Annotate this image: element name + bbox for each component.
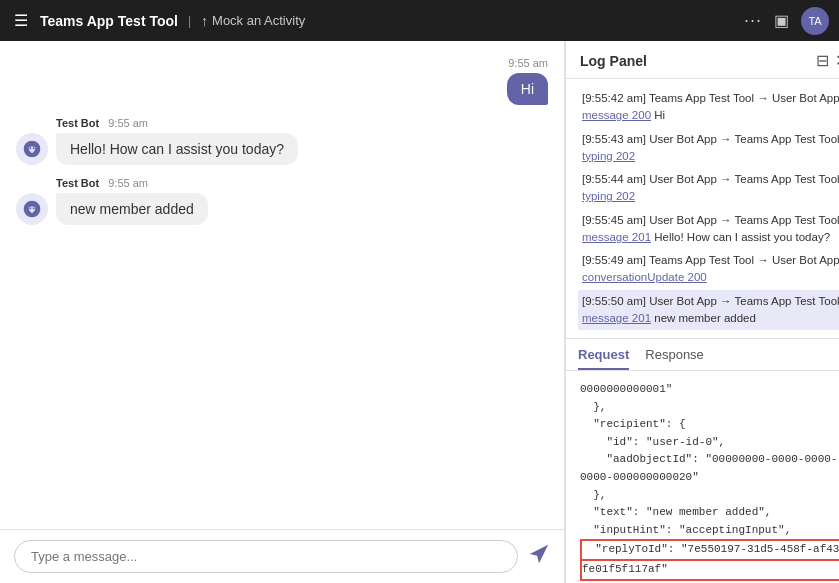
log-suffix-3: Hello! How can I assist you today? xyxy=(651,231,830,243)
message-outgoing: 9:55 am Hi xyxy=(16,57,548,105)
sender-time-2: 9:55 am xyxy=(108,177,148,189)
chat-input[interactable] xyxy=(14,540,518,573)
sender-line-2: Test Bot 9:55 am xyxy=(56,177,208,189)
tab-response[interactable]: Response xyxy=(645,339,704,370)
divider: | xyxy=(188,14,191,28)
code-line-2: "recipient": { xyxy=(580,416,839,434)
chat-input-bar xyxy=(0,529,564,583)
log-prefix-4: Teams App Test Tool → User Bot App xyxy=(649,254,839,266)
hamburger-icon[interactable]: ☰ xyxy=(10,7,32,34)
outgoing-bubble: Hi xyxy=(507,73,548,105)
top-bar: ☰ Teams App Test Tool | ↑ Mock an Activi… xyxy=(0,0,839,41)
incoming-content-1: Test Bot 9:55 am Hello! How can I assist… xyxy=(56,117,298,165)
incoming-message-1: Test Bot 9:55 am Hello! How can I assist… xyxy=(16,117,548,165)
code-line-3: "id": "user-id-0", xyxy=(580,434,839,452)
req-res-content: 0000000000001" }, "recipient": { "id": "… xyxy=(566,371,839,583)
log-panel-title: Log Panel xyxy=(580,53,810,69)
code-line-8: "inputHint": "acceptingInput", xyxy=(580,522,839,540)
incoming-message-2: Test Bot 9:55 am new member added xyxy=(16,177,548,225)
svg-point-4 xyxy=(29,207,31,209)
incoming-bubble-2: new member added xyxy=(56,193,208,225)
log-time-5: [9:55:50 am] xyxy=(582,295,646,307)
log-time-0: [9:55:42 am] xyxy=(582,92,646,104)
log-time-3: [9:55:45 am] xyxy=(582,214,646,226)
chat-messages: 9:55 am Hi Test Bot 9:55 am xyxy=(0,41,564,529)
log-time-2: [9:55:44 am] xyxy=(582,173,646,185)
panel-toggle-icon[interactable]: ▣ xyxy=(774,11,789,30)
bot-avatar-1 xyxy=(16,133,48,165)
req-res-tabs: Request Response xyxy=(566,339,839,371)
code-line-5: 0000-000000000020" xyxy=(580,469,839,487)
log-panel: Log Panel ⊟ ✕ [9:55:42 am] Teams App Tes… xyxy=(565,41,839,583)
bot-avatar-2 xyxy=(16,193,48,225)
svg-point-5 xyxy=(33,207,35,209)
req-res-panel: Request Response 0000000000001" }, "reci… xyxy=(566,338,839,583)
svg-point-2 xyxy=(33,147,35,149)
log-entry-5[interactable]: [9:55:50 am] User Bot App → Teams App Te… xyxy=(578,290,839,331)
log-prefix-0: Teams App Test Tool → User Bot App xyxy=(649,92,839,104)
log-suffix-5: new member added xyxy=(651,312,756,324)
code-line-4: "aadObjectId": "00000000-0000-0000- xyxy=(580,451,839,469)
sender-time-1: 9:55 am xyxy=(108,117,148,129)
incoming-content-2: Test Bot 9:55 am new member added xyxy=(56,177,208,225)
more-options-icon[interactable]: ··· xyxy=(744,10,762,31)
tab-request[interactable]: Request xyxy=(578,339,629,370)
code-line-9-highlighted: "replyToId": "7e550197-31d5-458f-af43- xyxy=(580,539,839,561)
log-panel-header: Log Panel ⊟ ✕ xyxy=(566,41,839,79)
avatar[interactable]: TA xyxy=(801,7,829,35)
code-line-10-highlighted: fe01f5f117af" xyxy=(580,561,839,581)
log-entry-2[interactable]: [9:55:44 am] User Bot App → Teams App Te… xyxy=(578,168,839,209)
log-entry-0[interactable]: [9:55:42 am] Teams App Test Tool → User … xyxy=(578,87,839,128)
log-time-1: [9:55:43 am] xyxy=(582,133,646,145)
log-prefix-2: User Bot App → Teams App Test Tool xyxy=(649,173,839,185)
log-prefix-5: User Bot App → Teams App Test Tool xyxy=(649,295,839,307)
log-link-3[interactable]: message 201 xyxy=(582,231,651,243)
sender-name-2: Test Bot xyxy=(56,177,99,189)
svg-point-1 xyxy=(29,147,31,149)
sender-name-1: Test Bot xyxy=(56,117,99,129)
chat-panel: 9:55 am Hi Test Bot 9:55 am xyxy=(0,41,565,583)
log-link-2[interactable]: typing 202 xyxy=(582,190,635,202)
code-line-6: }, xyxy=(580,487,839,505)
arrow-up-icon: ↑ xyxy=(201,13,208,29)
log-entry-3[interactable]: [9:55:45 am] User Bot App → Teams App Te… xyxy=(578,209,839,250)
log-entries: [9:55:42 am] Teams App Test Tool → User … xyxy=(566,79,839,338)
log-entry-4[interactable]: [9:55:49 am] Teams App Test Tool → User … xyxy=(578,249,839,290)
incoming-bubble-1: Hello! How can I assist you today? xyxy=(56,133,298,165)
log-link-5[interactable]: message 201 xyxy=(582,312,651,324)
mock-activity-button[interactable]: ↑ Mock an Activity xyxy=(201,13,305,29)
log-prefix-3: User Bot App → Teams App Test Tool xyxy=(649,214,839,226)
filter-icon[interactable]: ⊟ xyxy=(816,51,829,70)
sender-line-1: Test Bot 9:55 am xyxy=(56,117,298,129)
close-icon[interactable]: ✕ xyxy=(835,53,839,69)
log-link-0[interactable]: message 200 xyxy=(582,109,651,121)
log-link-4[interactable]: conversationUpdate 200 xyxy=(582,271,707,283)
log-suffix-0: Hi xyxy=(651,109,665,121)
code-line-0: 0000000000001" xyxy=(580,381,839,399)
app-title: Teams App Test Tool xyxy=(40,13,178,29)
log-prefix-1: User Bot App → Teams App Test Tool xyxy=(649,133,839,145)
log-entry-1[interactable]: [9:55:43 am] User Bot App → Teams App Te… xyxy=(578,128,839,169)
log-link-1[interactable]: typing 202 xyxy=(582,150,635,162)
code-line-1: }, xyxy=(580,399,839,417)
code-line-7: "text": "new member added", xyxy=(580,504,839,522)
main-area: 9:55 am Hi Test Bot 9:55 am xyxy=(0,41,839,583)
send-button[interactable] xyxy=(528,543,550,570)
outgoing-time: 9:55 am xyxy=(508,57,548,69)
log-time-4: [9:55:49 am] xyxy=(582,254,646,266)
